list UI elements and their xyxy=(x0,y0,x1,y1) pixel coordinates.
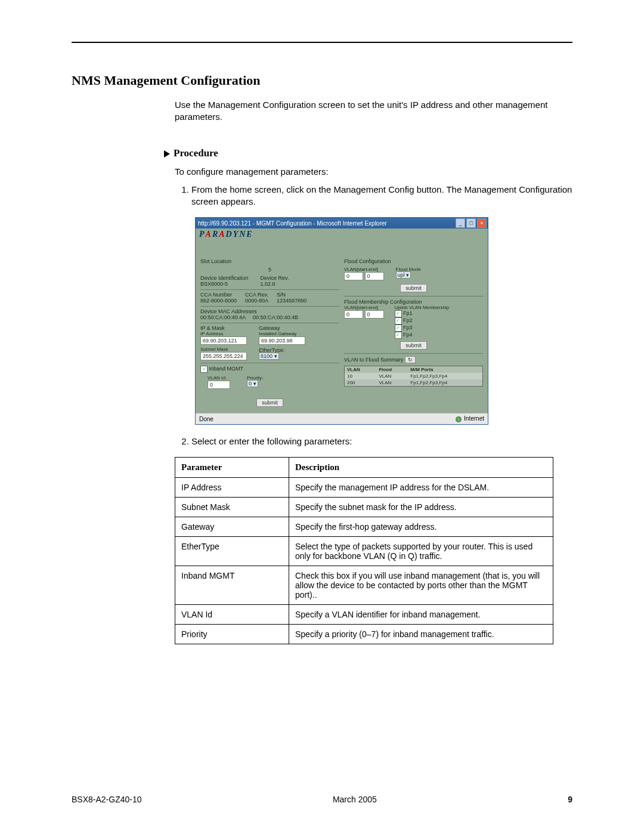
footer-page: 9 xyxy=(568,795,572,804)
mac-label: Device MAC Addresses xyxy=(200,308,339,314)
sn-value: 1234567890 xyxy=(277,298,306,304)
window-title: http://69.90.203.121 - MGMT Configuratio… xyxy=(198,220,456,227)
brand-logo: PARADYNE xyxy=(196,228,488,240)
param-desc: Specify a priority (0–7) for inband mana… xyxy=(289,625,553,644)
table-row: VLAN IdSpecify a VLAN identifier for inb… xyxy=(175,605,553,625)
submit-button[interactable]: submit xyxy=(256,399,283,407)
uplink-label: Uplink VLAN Membership xyxy=(395,305,450,310)
maximize-icon[interactable]: □ xyxy=(466,218,476,228)
mgmt-config-screenshot: http://69.90.203.121 - MGMT Configuratio… xyxy=(195,217,572,425)
table-row: EtherTypeSelect the type of packets supp… xyxy=(175,537,553,566)
flood-config-label: Flood Configuration xyxy=(344,258,483,264)
procedure-intro: To configure management parameters: xyxy=(175,166,572,177)
fp1-checkbox[interactable]: ✓ xyxy=(395,310,402,317)
fp1-label: Fp1 xyxy=(403,310,413,316)
param-name: IP Address xyxy=(175,478,289,498)
param-name: EtherType xyxy=(175,537,289,566)
cca-rev-label: CCA Rev. xyxy=(245,292,268,298)
col-vlan: VLAN xyxy=(345,366,377,373)
intro-text: Use the Management Configuration screen … xyxy=(175,99,572,123)
mac-b: 00:50:CA:00:40:4B xyxy=(253,314,298,320)
table-row: IP AddressSpecify the management IP addr… xyxy=(175,478,553,498)
vlan-id-label: VLAN Id: xyxy=(208,375,230,381)
th-description: Description xyxy=(289,458,553,478)
section-title: NMS Management Configuration xyxy=(72,73,572,88)
sn-label: S/N xyxy=(277,292,306,298)
ip-addr-label: IP Address xyxy=(200,331,247,336)
param-desc: Specify a VLAN identifier for inband man… xyxy=(289,605,553,625)
inband-checkbox[interactable]: ✓ xyxy=(200,366,208,373)
fp3-label: Fp3 xyxy=(403,325,413,330)
vlan-end-input[interactable]: 0 xyxy=(365,272,384,280)
flood-summary-label: VLAN to Flood Summary xyxy=(344,357,404,363)
parameter-table: Parameter Description IP AddressSpecify … xyxy=(175,457,553,644)
installed-gateway-label: Installed Gateway xyxy=(259,331,305,336)
ethertype-select[interactable]: 8100 ▾ xyxy=(259,353,279,360)
internet-icon xyxy=(456,416,462,422)
param-name: Inband MGMT xyxy=(175,566,289,605)
status-done: Done xyxy=(199,416,213,422)
table-row: 10 VLAN Fp1,Fp2,Fp3,Fp4 xyxy=(345,373,483,379)
param-desc: Check this box if you will use inband ma… xyxy=(289,566,553,605)
refresh-icon[interactable]: ↻ xyxy=(405,356,416,363)
device-ident-label: Device Identification xyxy=(200,275,249,281)
param-name: Subnet Mask xyxy=(175,498,289,517)
submit-button[interactable]: submit xyxy=(400,341,427,350)
vlan-end-input-2[interactable]: 0 xyxy=(365,310,384,319)
table-row: Inband MGMTCheck this box if you will us… xyxy=(175,566,553,605)
footer-date: March 2005 xyxy=(333,795,377,804)
step-1: From the home screen, click on the Manag… xyxy=(191,184,572,208)
triangle-icon xyxy=(164,150,170,157)
col-ports: M/M Ports xyxy=(408,366,482,373)
param-name: Gateway xyxy=(175,517,289,537)
mac-a: 00:50:CA:00:40:4A xyxy=(200,314,246,320)
vlan-id-input[interactable]: 0 xyxy=(208,381,230,389)
fp2-label: Fp2 xyxy=(403,317,413,323)
gateway-label: Gateway xyxy=(259,325,305,331)
param-name: Priority xyxy=(175,625,289,644)
flood-membership-label: Flood Membership Configuration xyxy=(344,299,483,305)
minimize-icon[interactable]: _ xyxy=(456,218,465,228)
flood-mode-select[interactable]: upl ▾ xyxy=(396,271,411,279)
cca-rev-value: 0000-80A xyxy=(245,298,268,304)
table-row: GatewaySpecify the first-hop gateway add… xyxy=(175,517,553,537)
subnet-label: Subnet Mask xyxy=(200,347,247,352)
gateway-input[interactable]: 69.90.203.98 xyxy=(259,336,305,345)
col-flood: Flood xyxy=(376,366,408,373)
inband-label: Inband MGMT xyxy=(209,366,244,372)
fp3-checkbox[interactable]: ✓ xyxy=(395,325,402,332)
vlan-range-label-2: VLAN[start-end] xyxy=(344,305,384,310)
ip-mask-label: IP & Mask xyxy=(200,325,247,331)
submit-button[interactable]: submit xyxy=(400,284,427,292)
table-row: Subnet MaskSpecify the subnet mask for t… xyxy=(175,498,553,517)
cca-number-label: CCA Number xyxy=(200,292,237,298)
fp4-checkbox[interactable]: ✓ xyxy=(395,332,402,339)
slot-location-label: Slot Location xyxy=(200,258,231,264)
vlan-range-label: VLAN[start-end] xyxy=(344,267,384,272)
table-row: PrioritySpecify a priority (0–7) for inb… xyxy=(175,625,553,644)
fp2-checkbox[interactable]: ✓ xyxy=(395,317,402,325)
param-name: VLAN Id xyxy=(175,605,289,625)
status-internet: Internet xyxy=(464,415,484,422)
procedure-heading: Procedure xyxy=(164,147,572,159)
param-desc: Select the type of packets supported by … xyxy=(289,537,553,566)
vlan-start-input[interactable]: 0 xyxy=(344,272,363,280)
step-2: Select or enter the following parameters… xyxy=(191,435,572,447)
close-icon[interactable]: × xyxy=(477,218,487,228)
device-rev-label: Device Rev. xyxy=(261,275,289,281)
fp4-label: Fp4 xyxy=(403,332,413,338)
slot-location-value: 5 xyxy=(200,267,339,273)
cca-number-value: 862-8000-8000 xyxy=(200,298,237,304)
flood-summary-table: VLAN Flood M/M Ports 10 VLAN Fp1,Fp xyxy=(344,366,483,387)
device-rev-value: 1.02.tt xyxy=(261,281,289,287)
footer-docid: BSX8-A2-GZ40-10 xyxy=(72,795,142,804)
subnet-input[interactable]: 255.255.255.224 xyxy=(200,352,247,360)
table-row: 200 VLAN Fp1,Fp2,Fp3,Fp4 xyxy=(345,379,483,387)
param-desc: Specify the subnet mask for the IP addre… xyxy=(289,498,553,517)
param-desc: Specify the management IP address for th… xyxy=(289,478,553,498)
device-ident-value: BSX8000-5 xyxy=(200,281,249,287)
ip-address-input[interactable]: 69.90.203.121 xyxy=(200,336,247,345)
th-parameter: Parameter xyxy=(175,458,289,478)
vlan-start-input-2[interactable]: 0 xyxy=(344,310,363,319)
priority-select[interactable]: 0 ▾ xyxy=(247,380,258,387)
